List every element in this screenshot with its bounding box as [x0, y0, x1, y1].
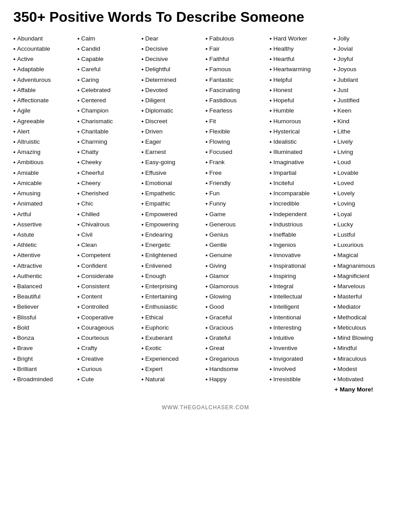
- word-item: Integral: [270, 281, 334, 291]
- word-item: Mindful: [334, 343, 398, 353]
- word-item: Balanced: [13, 281, 77, 291]
- word-item: Interesting: [270, 322, 334, 333]
- word-item: Just: [334, 85, 398, 95]
- word-item: Gentle: [206, 240, 270, 250]
- footer-text: WWW.THEGOALCHASER.COM: [13, 404, 398, 411]
- word-item: Creative: [77, 354, 141, 364]
- word-item: Earnest: [141, 147, 206, 157]
- word-item: Gregarious: [206, 354, 270, 364]
- word-item: Faithful: [206, 54, 270, 64]
- word-item: Chic: [77, 198, 141, 209]
- word-columns: AbundantAccountableActiveAdaptableAdvent…: [13, 33, 398, 395]
- word-item: Diligent: [141, 95, 206, 105]
- word-item: Healthy: [270, 44, 334, 54]
- word-item: Marvelous: [334, 281, 398, 291]
- word-item: Dear: [141, 33, 206, 44]
- word-item: Entertaining: [141, 291, 206, 302]
- word-item: Attentive: [13, 250, 77, 260]
- word-item: Lovely: [334, 188, 398, 198]
- word-item: Decisive: [141, 54, 206, 64]
- column-1: AbundantAccountableActiveAdaptableAdvent…: [13, 33, 77, 384]
- word-item: Gracious: [206, 322, 270, 333]
- word-item: Ethical: [141, 312, 206, 322]
- word-item: Bold: [13, 322, 77, 333]
- word-item: Meticulous: [334, 322, 398, 333]
- word-item: Broadminded: [13, 374, 77, 384]
- word-item: Active: [13, 54, 77, 64]
- word-item: Chatty: [77, 147, 141, 157]
- word-item: Decisive: [141, 44, 206, 54]
- word-item: Cherished: [77, 188, 141, 198]
- word-item: Empowered: [141, 209, 206, 219]
- word-item: Inventive: [270, 343, 334, 353]
- word-item: Alert: [13, 126, 77, 137]
- word-item: Living: [334, 147, 398, 157]
- word-item: Courageous: [77, 322, 141, 333]
- word-item: Industrious: [270, 219, 334, 230]
- word-item: Competent: [77, 250, 141, 260]
- word-item: Kind: [334, 116, 398, 126]
- word-item: Cheery: [77, 178, 141, 188]
- word-item: Delightful: [141, 64, 206, 74]
- word-item: Cheeky: [77, 157, 141, 167]
- word-item: Energetic: [141, 240, 206, 250]
- column-3: DearDecisiveDecisiveDelightfulDetermined…: [141, 33, 206, 384]
- word-item: Bonza: [13, 333, 77, 343]
- word-item: Careful: [77, 64, 141, 74]
- word-item: Experienced: [141, 354, 206, 364]
- word-item: Fair: [206, 44, 270, 54]
- column-6: JollyJovialJoyfulJoyousJubilantJustJusti…: [334, 33, 398, 395]
- word-item: Amicable: [13, 178, 77, 188]
- word-item: Content: [77, 291, 141, 302]
- word-item: Friendly: [206, 178, 270, 188]
- word-item: Independent: [270, 209, 334, 219]
- word-item: Devoted: [141, 85, 206, 95]
- word-item: Abundant: [13, 33, 77, 44]
- word-item: Mediator: [334, 302, 398, 312]
- word-item: Funny: [206, 198, 270, 209]
- word-item: Eager: [141, 137, 206, 147]
- word-item: Enterprising: [141, 281, 206, 291]
- word-item: Civil: [77, 230, 141, 240]
- word-item: Enlivened: [141, 261, 206, 271]
- word-item: Fearless: [206, 105, 270, 116]
- word-item: Enthusiastic: [141, 302, 206, 312]
- word-item: Handsome: [206, 364, 270, 374]
- word-item: Hopeful: [270, 95, 334, 105]
- word-item: Fit: [206, 116, 270, 126]
- word-item: Happy: [206, 374, 270, 384]
- word-item: Frank: [206, 157, 270, 167]
- word-item: Champion: [77, 105, 141, 116]
- word-item: Genuine: [206, 250, 270, 260]
- word-item: Fantastic: [206, 75, 270, 85]
- word-item: Intellectual: [270, 291, 334, 302]
- word-item: Cooperative: [77, 312, 141, 322]
- word-item: Modest: [334, 364, 398, 374]
- column-2: CalmCandidCapableCarefulCaringCelebrated…: [77, 33, 141, 384]
- word-item: Loving: [334, 198, 398, 209]
- word-item: Jovial: [334, 44, 398, 54]
- word-item: Luxurious: [334, 240, 398, 250]
- word-item: Humble: [270, 105, 334, 116]
- word-item: Athletic: [13, 240, 77, 250]
- word-item: Irresistible: [270, 374, 334, 384]
- word-item: Exuberant: [141, 333, 206, 343]
- word-item: Heartful: [270, 54, 334, 64]
- word-item: Methodical: [334, 312, 398, 322]
- word-item: Euphoric: [141, 322, 206, 333]
- word-item: Effusive: [141, 168, 206, 178]
- word-item: Idealistic: [270, 137, 334, 147]
- word-item: Consistent: [77, 281, 141, 291]
- word-item: Incomparable: [270, 188, 334, 198]
- word-item: Beautiful: [13, 291, 77, 302]
- word-item: Intentional: [270, 312, 334, 322]
- word-item: Inspirational: [270, 261, 334, 271]
- word-item: Empathic: [141, 198, 206, 209]
- word-item: Candid: [77, 44, 141, 54]
- word-item: Imaginative: [270, 157, 334, 167]
- word-item: Believer: [13, 302, 77, 312]
- word-item: Lustful: [334, 230, 398, 240]
- word-item: Calm: [77, 33, 141, 44]
- word-item: Chivalrous: [77, 219, 141, 230]
- word-item: Determined: [141, 75, 206, 85]
